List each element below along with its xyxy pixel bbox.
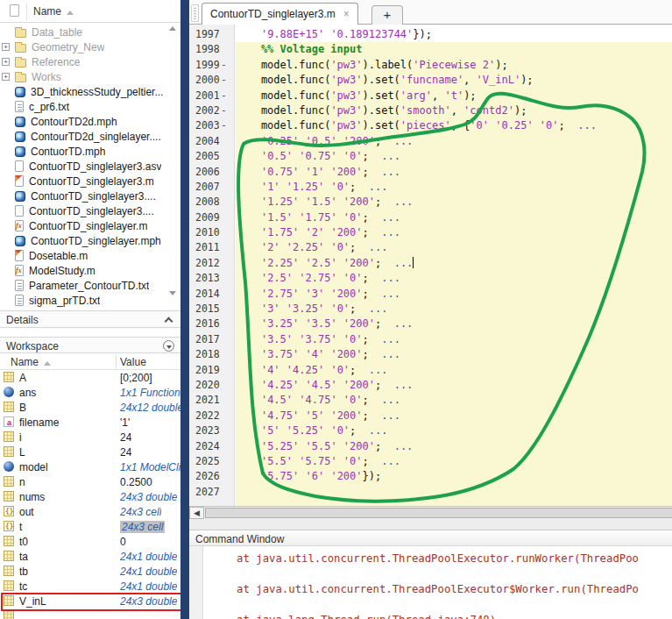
code-line[interactable]: 2004 '0.25' '0.5' '200'; ...: [189, 134, 672, 149]
command-window-margin: [189, 546, 203, 619]
workspace-name-column[interactable]: Name: [11, 356, 51, 368]
scrollbar-thumb[interactable]: [205, 508, 672, 518]
tab-contuortd-singlelayer3[interactable]: ContuorTD_singlelayer3.m ×: [202, 3, 358, 25]
new-tab-button[interactable]: +: [371, 5, 403, 25]
workspace-row[interactable]: i24: [0, 430, 180, 445]
file-list-scroll-down[interactable]: [169, 291, 176, 295]
horizontal-scrollbar[interactable]: ◀: [189, 506, 672, 519]
code-line[interactable]: 2015 '3' '3.25' '0'; ...: [189, 302, 672, 317]
file-row[interactable]: +Reference: [0, 54, 170, 69]
code-area[interactable]: 1997 '9.88E+15' '0.189123744'});1998 %% …: [189, 25, 672, 506]
code-line[interactable]: 2016 '3.25' '3.5' '200'; ...: [189, 317, 672, 331]
code-line[interactable]: 2018 '3.75' '4' '200'; ...: [189, 347, 672, 362]
workspace-row[interactable]: n0.2500: [0, 474, 180, 489]
expand-icon[interactable]: +: [2, 58, 10, 66]
code-line[interactable]: 2000- model.func('pw3').set('funcname', …: [189, 73, 672, 88]
workspace-row[interactable]: A[0;200]: [0, 370, 180, 385]
code-line[interactable]: 2023 '5' '5.25' '0'; ...: [189, 423, 672, 438]
file-row[interactable]: sigma_prTD.txt: [0, 293, 170, 308]
tab-close-icon[interactable]: ×: [343, 9, 350, 19]
code-line[interactable]: 2006 '0.75' '1' '200'; ...: [189, 165, 672, 180]
code-line[interactable]: 2020 '4.25' '4.5' '200'; ...: [189, 378, 672, 393]
workspace-bar[interactable]: Workspace: [0, 337, 180, 353]
file-list-scroll-up[interactable]: [169, 26, 176, 31]
code-text: '2' '2.25' '0'; ...: [236, 240, 672, 255]
file-row[interactable]: Data_table: [0, 25, 170, 39]
code-line[interactable]: 2025 '5.5' '5.75' '0'; ...: [189, 454, 672, 469]
line-number: 2001: [189, 89, 221, 103]
code-line[interactable]: 1997 '9.88E+15' '0.189123744'});: [189, 27, 672, 42]
code-line[interactable]: 2027: [189, 485, 672, 500]
code-line[interactable]: 2022 '4.75' '5' '200'; ...: [189, 409, 672, 423]
code-line[interactable]: 2019 '4' '4.25' '0'; ...: [189, 363, 672, 378]
variable-name: t: [19, 521, 22, 533]
code-line[interactable]: 2011 '2' '2.25' '0'; ...: [189, 240, 672, 255]
workspace-row[interactable]: t00: [0, 534, 180, 549]
file-row[interactable]: ContuorTD_singlelayer.m: [0, 218, 170, 233]
file-row[interactable]: +Works: [0, 69, 170, 84]
workspace-row[interactable]: nums24x3 double: [0, 489, 180, 504]
file-row[interactable]: ContuorTD_singlelayer3....: [0, 203, 170, 218]
line-number: 2008: [189, 195, 221, 210]
workspace-row[interactable]: L24: [0, 445, 180, 459]
expand-icon[interactable]: +: [2, 73, 10, 81]
exec-marker: -: [221, 73, 236, 88]
command-window-header[interactable]: Command Window: [189, 530, 672, 546]
panel-divider[interactable]: [180, 0, 189, 619]
code-line[interactable]: 1999- model.func('pw3').label('Piecewise…: [189, 58, 672, 73]
name-column-header[interactable]: Name: [33, 5, 74, 18]
file-row[interactable]: ContuorTD_singlelayer3.asv: [0, 159, 170, 174]
workspace-row[interactable]: out24x3 cell: [0, 504, 180, 519]
tab-grip-icon[interactable]: [191, 4, 199, 22]
file-row[interactable]: ModelStudy.m: [0, 263, 170, 278]
code-line[interactable]: 2001- model.func('pw3').set('arg', 't');: [189, 89, 672, 103]
code-line[interactable]: 2007 '1' '1.25' '0'; ...: [189, 180, 672, 195]
file-row[interactable]: +Geometry_New: [0, 39, 170, 54]
workspace-row[interactable]: tb24x1 double: [0, 564, 180, 579]
code-line[interactable]: 2014 '2.75' '3' '200'; ...: [189, 287, 672, 302]
command-window[interactable]: at java.util.concurrent.ThreadPoolExecut…: [189, 546, 672, 619]
code-line[interactable]: 1998 %% Voltage input: [189, 42, 672, 57]
workspace-row[interactable]: t24x3 cell: [0, 519, 180, 534]
file-name: ContuorTD_singlelayer3.asv: [29, 160, 161, 173]
file-row[interactable]: ContuorTD_singlelayer3.m: [0, 174, 170, 189]
file-name: Dosetable.m: [29, 250, 88, 262]
workspace-row[interactable]: model1x1 ModelClie: [0, 459, 180, 474]
code-line[interactable]: 2005 '0.5' '0.75' '0'; ...: [189, 149, 672, 164]
expand-icon[interactable]: +: [2, 43, 10, 51]
file-row[interactable]: Dosetable.m: [0, 248, 170, 263]
code-line[interactable]: 2017 '3.5' '3.75' '0'; ...: [189, 332, 672, 347]
code-line[interactable]: 2008 '1.25' '1.5' '200'; ...: [189, 195, 672, 210]
column-divider[interactable]: [116, 355, 117, 369]
code-line[interactable]: 2012 '2.25' '2.5' '200'; ...: [189, 256, 672, 271]
code-line[interactable]: 2002- model.func('pw3').set('smooth', 'c…: [189, 103, 672, 118]
details-bar[interactable]: Details: [0, 310, 180, 328]
workspace-row[interactable]: ta24x1 double: [0, 549, 180, 564]
file-row[interactable]: ContuorTD_singlelayer3....: [0, 189, 170, 203]
file-row[interactable]: ContuorTD.mph: [0, 144, 170, 159]
workspace-row[interactable]: filename'1': [0, 415, 180, 430]
scroll-left-button[interactable]: ◀: [189, 507, 204, 519]
workspace-header[interactable]: Name Value: [0, 353, 180, 370]
code-line[interactable]: 2024 '5.25' '5.5' '200'; ...: [189, 439, 672, 454]
file-browser-header[interactable]: Name: [0, 0, 180, 23]
collapse-icon[interactable]: [165, 317, 173, 326]
code-line[interactable]: 2010 '1.75' '2' '200'; ...: [189, 225, 672, 240]
file-row[interactable]: Parameter_ContourTD.txt: [0, 278, 170, 293]
code-line[interactable]: 2021 '4.5' '4.75' '0'; ...: [189, 393, 672, 408]
workspace-row[interactable]: B24x12 double: [0, 400, 180, 415]
code-line[interactable]: 2009 '1.5' '1.75' '0'; ...: [189, 210, 672, 225]
file-row[interactable]: 3D_thicknessStudy_peltier...: [0, 84, 170, 99]
workspace-value-column[interactable]: Value: [120, 356, 146, 368]
workspace-row[interactable]: tc24x1 double: [0, 579, 180, 594]
code-line[interactable]: 2003- model.func('pw3').set('pieces', {'…: [189, 118, 672, 133]
file-row[interactable]: ContourTD2d_singlelayer....: [0, 129, 170, 144]
file-row[interactable]: ContuorTD_singlelayer.mph: [0, 233, 170, 248]
workspace-menu-icon[interactable]: [163, 340, 174, 352]
file-row[interactable]: c_pr6.txt: [0, 99, 170, 114]
code-line[interactable]: 2026 '5.75' '6' '200'});: [189, 469, 672, 484]
workspace-row[interactable]: ans1x1 FunctionF: [0, 385, 180, 400]
code-line[interactable]: 2013 '2.5' '2.75' '0'; ...: [189, 271, 672, 286]
variable-name: B: [19, 402, 26, 414]
file-row[interactable]: ContourTD2d.mph: [0, 114, 170, 129]
